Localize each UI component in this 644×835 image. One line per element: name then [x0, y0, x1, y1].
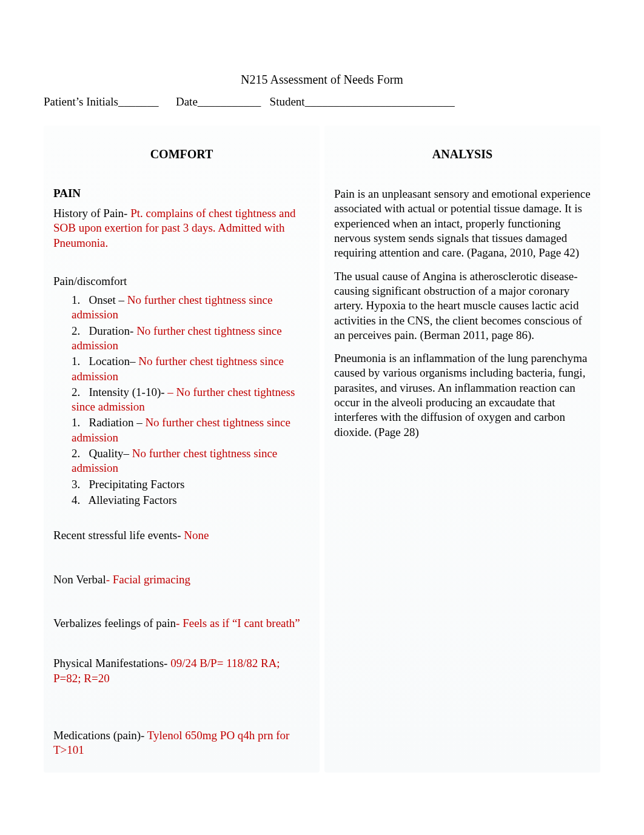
medications-label: Medications (pain)- [53, 729, 147, 742]
list-num: 1. [72, 416, 80, 429]
list-num: 2. [72, 447, 80, 460]
list-num: 1. [72, 293, 80, 306]
medications-pain: Medications (pain)- Tylenol 650mg PO q4h… [53, 728, 310, 758]
student-label: Student__________________________ [270, 95, 455, 108]
list-label: Intensity (1-10)- [89, 386, 168, 398]
initials-label: Patient’s Initials_______ [44, 95, 158, 108]
list-item: 1. Location– No further chest tightness … [72, 354, 310, 384]
physical-manifestations: Physical Manifestations- 09/24 B/P= 118/… [53, 656, 310, 686]
list-item: 4. Alleviating Factors [72, 493, 310, 508]
analysis-header: ANALYSIS [334, 126, 591, 183]
list-label: Location– [89, 355, 139, 367]
list-num: 3. [72, 478, 80, 491]
header-line: Patient’s Initials_______ Date__________… [44, 95, 600, 109]
recent-label: Recent stressful life events- [53, 529, 184, 542]
list-label: Quality– [89, 447, 132, 460]
analysis-paragraph-1: Pain is an unpleasant sensory and emotio… [334, 187, 591, 261]
analysis-paragraph-3: Pneumonia is an inflammation of the lung… [334, 351, 591, 440]
pain-discomfort-list: 1. Onset – No further chest tightness si… [53, 293, 310, 508]
list-num: 1. [72, 355, 80, 367]
comfort-column: COMFORT PAIN History of Pain- Pt. compla… [44, 126, 320, 773]
analysis-column: ANALYSIS Pain is an unpleasant sensory a… [324, 126, 600, 773]
list-item: 1. Radiation – No further chest tightnes… [72, 415, 310, 445]
list-label: Radiation – [89, 416, 146, 429]
date-label: Date___________ [176, 95, 261, 108]
list-item: 2. Duration- No further chest tightness … [72, 324, 310, 354]
recent-stress: Recent stressful life events- None [53, 528, 310, 543]
list-num: 4. [72, 494, 80, 506]
verbalizes-value: - Feels as if “I cant breath” [176, 617, 300, 629]
pain-discomfort-label: Pain/discomfort [53, 275, 310, 288]
pain-label: PAIN [53, 187, 310, 200]
history-label: History of Pain- [53, 207, 130, 220]
nonverbal-label: Non Verbal [53, 573, 106, 586]
list-item: 1. Onset – No further chest tightness si… [72, 293, 310, 323]
verbalizes-pain: Verbalizes feelings of pain- Feels as if… [53, 616, 310, 631]
analysis-paragraph-2: The usual cause of Angina is atheroscler… [334, 269, 591, 343]
list-num: 2. [72, 386, 80, 398]
recent-value: None [184, 529, 209, 542]
physical-label: Physical Manifestations- [53, 657, 170, 669]
document-page: N215 Assessment of Needs Form Patient’s … [0, 0, 644, 835]
two-column-table: COMFORT PAIN History of Pain- Pt. compla… [44, 126, 600, 773]
list-num: 2. [72, 324, 80, 337]
list-item: 2. Quality– No further chest tightness s… [72, 446, 310, 476]
list-label: Onset – [89, 293, 127, 306]
page-title: N215 Assessment of Needs Form [44, 73, 600, 87]
history-of-pain: History of Pain- Pt. complains of chest … [53, 206, 310, 250]
non-verbal: Non Verbal- Facial grimacing [53, 572, 310, 587]
list-label: Duration- [89, 324, 137, 337]
list-label: Alleviating Factors [88, 494, 176, 506]
verbalizes-label: Verbalizes feelings of pain [53, 617, 176, 629]
nonverbal-value: - Facial grimacing [106, 573, 190, 586]
list-item: 3. Precipitating Factors [72, 477, 310, 492]
comfort-header: COMFORT [53, 126, 310, 183]
list-label: Precipitating Factors [89, 478, 185, 491]
list-item: 2. Intensity (1-10)- – No further chest … [72, 385, 310, 415]
